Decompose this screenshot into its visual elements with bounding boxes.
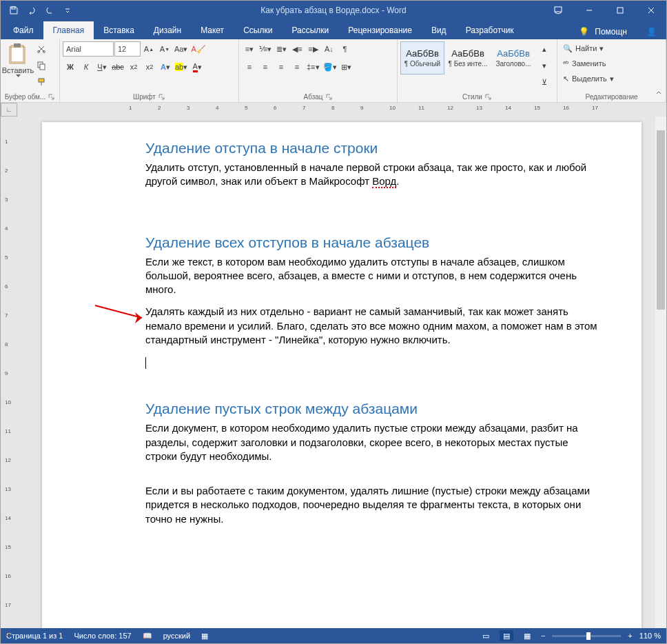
page-indicator[interactable]: Страница 1 из 1	[6, 632, 63, 640]
text-effects-button[interactable]: A▾	[158, 59, 173, 74]
replace-button[interactable]: ᵃᵇЗаменить	[560, 57, 617, 70]
replace-icon: ᵃᵇ	[563, 59, 569, 68]
copy-button[interactable]	[34, 58, 49, 73]
zoom-slider[interactable]	[552, 635, 621, 637]
document-title: Как убрать абзац в Ворде.docx - Word	[260, 6, 406, 15]
collapse-ribbon-button[interactable]	[655, 87, 662, 99]
tab-home[interactable]: Главная	[43, 21, 94, 39]
decrease-indent-button[interactable]: ◀≡	[289, 41, 305, 57]
text-cursor	[145, 357, 146, 369]
sort-button[interactable]: A↓	[321, 41, 336, 57]
numbering-button[interactable]: ⅟≡▾	[258, 41, 273, 57]
heading-2: Удаление всех отступов в начале абзацев	[145, 234, 600, 251]
line-spacing-button[interactable]: ‡≡▾	[305, 59, 321, 74]
find-button[interactable]: 🔍Найти ▾	[560, 41, 617, 55]
zoom-out-button[interactable]: −	[541, 632, 545, 640]
font-size-input[interactable]	[114, 41, 141, 57]
paste-button[interactable]: Вставить	[3, 41, 32, 87]
bullets-button[interactable]: ≡▾	[242, 41, 257, 57]
spellcheck-icon[interactable]: 📖	[143, 632, 152, 641]
language-indicator[interactable]: русский	[163, 632, 190, 640]
italic-button[interactable]: К	[79, 59, 94, 74]
increase-indent-button[interactable]: ≡▶	[305, 41, 320, 57]
zoom-in-button[interactable]: +	[628, 632, 632, 640]
font-name-input[interactable]	[63, 41, 114, 57]
dialog-launcher-icon[interactable]	[326, 94, 333, 101]
read-mode-button[interactable]: ▭	[479, 630, 493, 641]
bold-button[interactable]: Ж	[63, 59, 78, 74]
styles-scroll-down[interactable]: ▾	[537, 58, 552, 73]
align-left-button[interactable]: ≡	[242, 59, 257, 74]
tab-developer[interactable]: Разработчик	[456, 21, 524, 39]
decrease-font-button[interactable]: A▼	[157, 41, 172, 57]
format-painter-button[interactable]	[34, 74, 49, 90]
align-center-button[interactable]: ≡	[258, 59, 273, 74]
multilevel-button[interactable]: ≣▾	[274, 41, 289, 57]
word-count[interactable]: Число слов: 157	[74, 632, 131, 640]
ribbon-options-button[interactable]	[542, 1, 573, 20]
qat-customize[interactable]	[60, 3, 75, 18]
align-right-button[interactable]: ≡	[274, 59, 289, 74]
maximize-button[interactable]	[604, 1, 635, 20]
tab-design[interactable]: Дизайн	[144, 21, 191, 39]
svg-rect-9	[40, 64, 45, 70]
print-layout-button[interactable]: ▤	[500, 630, 513, 641]
save-button[interactable]	[6, 3, 21, 18]
tab-selector[interactable]: ∟	[1, 103, 17, 117]
zoom-level[interactable]: 110 %	[639, 632, 661, 640]
dialog-launcher-icon[interactable]	[158, 94, 165, 101]
tell-me[interactable]: Помощн	[595, 27, 627, 37]
paragraph: Удалить отступ, установленный в начале п…	[145, 161, 600, 189]
increase-font-button[interactable]: A▲	[141, 41, 156, 57]
svg-rect-2	[617, 8, 623, 13]
dialog-launcher-icon[interactable]	[48, 94, 55, 101]
account-icon[interactable]: 👤	[646, 27, 657, 37]
cut-button[interactable]	[34, 41, 49, 57]
vertical-scrollbar[interactable]	[655, 117, 666, 628]
styles-more[interactable]: ⊻	[537, 74, 552, 90]
group-font: A▲ A▼ Aa▾ A🧹 Ж К Ч▾ abc x2 x2 A▾ ab▾ A▾	[60, 39, 239, 102]
select-button[interactable]: ↖Выделить ▾	[560, 72, 617, 85]
search-icon: 🔍	[563, 44, 573, 53]
tab-layout[interactable]: Макет	[191, 21, 234, 39]
show-marks-button[interactable]: ¶	[337, 41, 352, 57]
close-button[interactable]	[635, 1, 666, 20]
style-heading1[interactable]: АаБбВв Заголово...	[491, 41, 535, 74]
horizontal-ruler[interactable]: 1234567891011121314151617	[17, 103, 666, 117]
quick-access-toolbar	[1, 3, 81, 18]
change-case-button[interactable]: Aa▾	[173, 41, 189, 57]
style-no-spacing[interactable]: АаБбВв ¶ Без инте...	[446, 41, 490, 74]
superscript-button[interactable]: x2	[142, 59, 157, 74]
tab-references[interactable]: Ссылки	[234, 21, 282, 39]
borders-button[interactable]: ⊞▾	[339, 59, 354, 74]
clear-format-button[interactable]: A🧹	[189, 41, 207, 57]
tab-review[interactable]: Рецензирование	[338, 21, 422, 39]
undo-button[interactable]	[24, 3, 39, 18]
web-layout-button[interactable]: ▦	[520, 630, 534, 641]
tab-view[interactable]: Вид	[422, 21, 456, 39]
paragraph: Если документ, в котором необходимо удал…	[145, 421, 600, 463]
dialog-launcher-icon[interactable]	[485, 94, 492, 101]
justify-button[interactable]: ≡	[289, 59, 305, 74]
tab-mailings[interactable]: Рассылки	[282, 21, 338, 39]
redo-button[interactable]	[42, 3, 57, 18]
style-normal[interactable]: АаБбВв ¶ Обычный	[400, 41, 444, 74]
document-area[interactable]: Удаление отступа в начале строки Удалить…	[17, 117, 666, 628]
subscript-button[interactable]: x2	[126, 59, 141, 74]
annotation-arrow	[94, 304, 149, 325]
svg-rect-10	[39, 79, 44, 82]
shading-button[interactable]: 🪣▾	[322, 59, 338, 74]
scrollbar-thumb[interactable]	[657, 130, 665, 310]
tab-file[interactable]: Файл	[3, 21, 43, 39]
vertical-ruler[interactable]: 123456789101112131415161718	[1, 117, 17, 628]
font-color-button[interactable]: A▾	[189, 59, 205, 74]
underline-button[interactable]: Ч▾	[94, 59, 110, 74]
minimize-button[interactable]	[573, 1, 604, 20]
macro-icon[interactable]: ▦	[201, 632, 208, 641]
tab-insert[interactable]: Вставка	[94, 21, 144, 39]
strikethrough-button[interactable]: abc	[110, 59, 125, 74]
paragraph: Если же текст, в котором вам необходимо …	[145, 255, 600, 297]
styles-scroll-up[interactable]: ▴	[537, 41, 552, 57]
group-styles: АаБбВв ¶ Обычный АаБбВв ¶ Без инте... Аа…	[398, 39, 557, 102]
highlight-button[interactable]: ab▾	[174, 59, 189, 74]
